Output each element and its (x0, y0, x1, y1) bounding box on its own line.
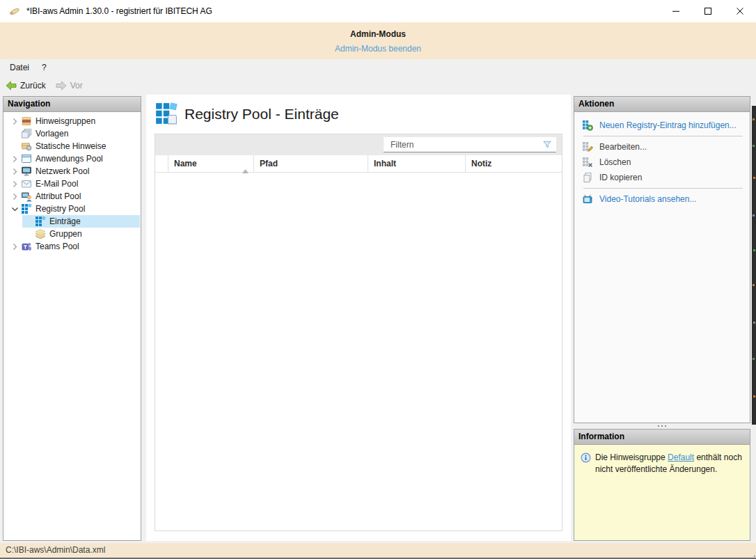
action-label: Video-Tutorials ansehen... (599, 194, 696, 204)
groups-icon (35, 228, 47, 239)
chevron-right-icon[interactable] (9, 241, 21, 252)
chevron-right-icon[interactable] (9, 153, 21, 164)
edit-registry-entry-icon (582, 141, 593, 152)
video-tutorials-icon (582, 194, 593, 205)
admin-mode-banner: Admin-Modus Admin-Modus beenden (0, 22, 756, 59)
back-button-label: Zurück (20, 81, 46, 90)
filter-input[interactable] (384, 137, 556, 152)
sidebar-item-attribut-pool[interactable]: Attribut Pool (3, 190, 141, 203)
forward-arrow-icon (56, 81, 67, 90)
chevron-right-icon[interactable] (9, 178, 21, 189)
sidebar-item-netzwerk-pool[interactable]: Netzwerk Pool (3, 165, 141, 178)
forward-button-label: Vor (70, 81, 83, 90)
status-bar: C:\IBI-aws\Admin\Data.xml (0, 543, 756, 558)
chevron-spacer (23, 228, 35, 239)
sidebar-item-registry-pool[interactable]: Registry Pool (3, 203, 141, 215)
sidebar-item-label: Hinweisgruppen (36, 116, 95, 126)
sidebar-item-hinweisgruppen[interactable]: Hinweisgruppen (3, 115, 141, 127)
background-window-sliver (752, 106, 756, 425)
menu-bar: Datei ? (0, 59, 756, 76)
chevron-spacer (9, 128, 21, 139)
table-header-row: Name Pfad Inhalt Notiz (155, 155, 562, 173)
registry-pool-icon (21, 203, 33, 214)
close-button[interactable] (724, 0, 756, 22)
forward-button[interactable]: Vor (52, 79, 87, 92)
filter-strip (155, 134, 562, 155)
application-pool-icon (21, 153, 33, 164)
action-label: Löschen (599, 157, 631, 167)
network-pool-icon (21, 166, 33, 177)
navigation-header: Navigation (3, 97, 141, 112)
chevron-right-icon[interactable] (9, 116, 21, 127)
window-title: *IBI-aws Admin 1.30.0 - registriert für … (26, 0, 212, 22)
registry-entries-page-icon (155, 102, 178, 125)
info-icon (581, 452, 591, 463)
copy-id-action[interactable]: ID kopieren (574, 170, 750, 185)
tool-bar: Zurück Vor (0, 76, 756, 95)
separator (583, 136, 743, 136)
column-header-notiz[interactable]: Notiz (465, 155, 562, 173)
information-panel: Information Die Hinweisgruppe Default en… (574, 429, 750, 541)
chevron-down-icon[interactable] (9, 203, 21, 214)
actions-list: Neuen Registry-Eintrag hinzufügen... Bea… (574, 112, 750, 207)
sidebar-item-label: Statische Hinweise (36, 141, 106, 151)
sidebar-item-anwendungs-pool[interactable]: Anwendungs Pool (3, 152, 141, 165)
default-group-link[interactable]: Default (668, 452, 694, 462)
main-content: Registry Pool - Einträge Name Pfad Inhal… (146, 95, 571, 541)
admin-mode-title: Admin-Modus (0, 22, 756, 39)
column-label: Name (174, 159, 197, 168)
sidebar-item-label: Teams Pool (36, 242, 79, 251)
sidebar-item-vorlagen[interactable]: Vorlagen (3, 127, 141, 140)
data-file-path: C:\IBI-aws\Admin\Data.xml (6, 543, 105, 558)
sidebar-item-label: Registry Pool (36, 204, 85, 214)
add-registry-entry-icon (582, 120, 593, 131)
maximize-button[interactable] (692, 0, 724, 22)
filter-funnel-icon[interactable] (541, 139, 553, 150)
page-title: Registry Pool - Einträge (184, 106, 339, 123)
chevron-spacer (23, 216, 35, 227)
sidebar-item-label: Gruppen (49, 229, 82, 239)
notice-groups-icon (21, 116, 33, 127)
sidebar-item-label: Netzwerk Pool (36, 166, 89, 176)
back-arrow-icon (6, 81, 17, 90)
column-label: Inhalt (374, 159, 396, 168)
teams-pool-icon (21, 241, 33, 252)
column-label: Notiz (471, 159, 491, 168)
minimize-button[interactable] (660, 0, 692, 22)
registry-entries-table: Name Pfad Inhalt Notiz (155, 134, 562, 531)
actions-header: Aktionen (574, 97, 750, 112)
information-message: Die Hinweisgruppe Default enthält noch n… (574, 445, 750, 475)
panel-splitter-handle[interactable] (574, 423, 750, 429)
registry-entries-icon (35, 216, 47, 227)
information-header: Information (574, 430, 750, 445)
back-button[interactable]: Zurück (1, 79, 50, 92)
sidebar-item-gruppen[interactable]: Gruppen (3, 228, 141, 240)
menu-item-help[interactable]: ? (36, 61, 53, 74)
video-tutorials-action[interactable]: Video-Tutorials ansehen... (574, 191, 750, 207)
chevron-right-icon[interactable] (9, 191, 21, 202)
column-header-inhalt[interactable]: Inhalt (368, 155, 465, 173)
sidebar-item-statische-hinweise[interactable]: Statische Hinweise (3, 140, 141, 152)
column-label: Pfad (260, 159, 278, 168)
action-label: Neuen Registry-Eintrag hinzufügen... (599, 120, 737, 130)
menu-item-datei[interactable]: Datei (3, 61, 36, 74)
action-label: Bearbeiten... (599, 142, 647, 152)
sidebar-item-teams-pool[interactable]: Teams Pool (3, 240, 141, 253)
sidebar-item-label: Attribut Pool (36, 191, 81, 201)
app-icon (9, 6, 20, 17)
sidebar-item-email-pool[interactable]: E-Mail Pool (3, 178, 141, 190)
add-registry-entry-action[interactable]: Neuen Registry-Eintrag hinzufügen... (574, 118, 750, 133)
email-pool-icon (21, 178, 33, 189)
column-header-name[interactable]: Name (168, 155, 253, 173)
admin-mode-exit-link[interactable]: Admin-Modus beenden (335, 44, 421, 54)
chevron-right-icon[interactable] (9, 166, 21, 177)
app-window: *IBI-aws Admin 1.30.0 - registriert für … (0, 0, 756, 559)
delete-registry-entry-action[interactable]: Löschen (574, 155, 750, 170)
column-header-pfad[interactable]: Pfad (253, 155, 368, 173)
templates-icon (21, 128, 33, 139)
sidebar-item-eintraege[interactable]: Einträge (3, 215, 141, 228)
edit-registry-entry-action[interactable]: Bearbeiten... (574, 139, 750, 155)
title-bar: *IBI-aws Admin 1.30.0 - registriert für … (0, 0, 756, 22)
resize-grip[interactable] (751, 553, 753, 554)
action-label: ID kopieren (599, 173, 642, 182)
